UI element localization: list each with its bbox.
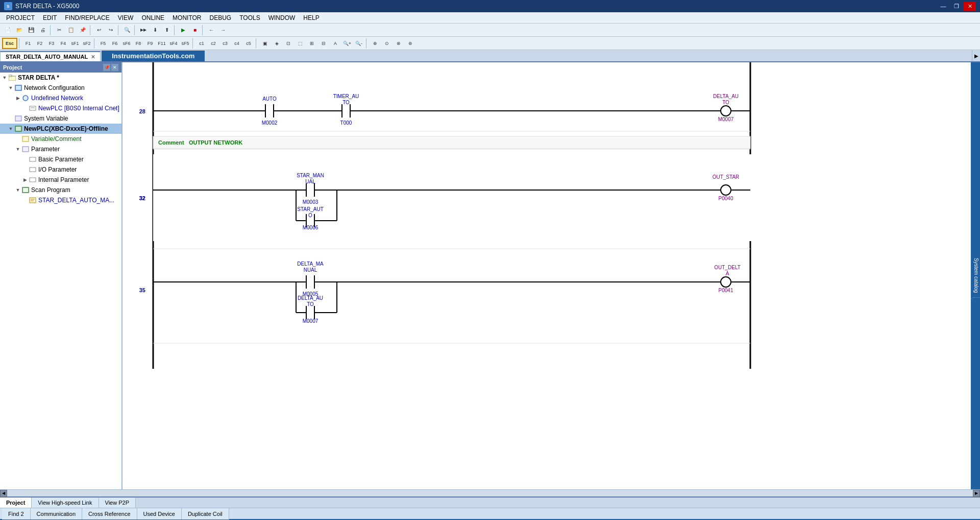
tb-f11[interactable]: F11 (156, 38, 167, 49)
panel-pin-button[interactable]: 📌 (103, 64, 110, 71)
tb-run[interactable]: ▶ (178, 25, 189, 36)
menu-findreplace[interactable]: FIND/REPLACE (61, 13, 113, 22)
menu-monitor[interactable]: MONITOR (168, 13, 205, 22)
tb-sf2[interactable]: sF2 (81, 38, 92, 49)
canvas-area[interactable]: 28 AUTO M0002 TIMER_AU TO T000 (122, 62, 971, 489)
tb-icon6[interactable]: ⊟ (318, 38, 329, 49)
tb-f8[interactable]: F8 (133, 38, 144, 49)
tb-compile[interactable]: ▶▶ (138, 25, 149, 36)
tree-variable-comment[interactable]: Variable/Comment (0, 134, 121, 144)
tree-label-newplc-offline: NewPLC(XBC-DxxxE)-Offline (24, 125, 108, 132)
tb-download[interactable]: ⬇ (150, 25, 161, 36)
menu-online[interactable]: ONLINE (137, 13, 168, 22)
tab-star-delta[interactable]: STAR_DELTA_AUTO_MANUAL ✕ (0, 51, 101, 61)
tb-icon4[interactable]: ⬚ (295, 38, 306, 49)
menu-debug[interactable]: DEBUG (206, 13, 236, 22)
tb-f2[interactable]: F2 (34, 38, 45, 49)
find-bar-cross-ref[interactable]: Cross Reference (82, 508, 137, 519)
menu-window[interactable]: WINDOW (264, 13, 300, 22)
tb-open[interactable]: 📂 (14, 25, 25, 36)
scroll-right-button[interactable]: ▶ (973, 490, 980, 497)
tb-f3[interactable]: F3 (46, 38, 57, 49)
tb-zoomout[interactable]: 🔍- (353, 38, 364, 49)
window-controls[interactable]: — ❐ ✕ (937, 2, 976, 11)
tb-sf6[interactable]: sF6 (121, 38, 132, 49)
tree-newplc-cnet[interactable]: NewPLC [B0S0 Internal Cnet] (0, 103, 121, 113)
tb-f6[interactable]: F6 (109, 38, 120, 49)
tb-redo[interactable]: ↪ (105, 25, 116, 36)
tb-sf5[interactable]: sF5 (180, 38, 191, 49)
bottom-tab-project[interactable]: Project (0, 498, 32, 508)
tb-more4[interactable]: ⊛ (405, 38, 416, 49)
close-button[interactable]: ✕ (964, 2, 976, 11)
maximize-button[interactable]: ❐ (950, 2, 963, 11)
menu-tools[interactable]: TOOLS (235, 13, 264, 22)
find-bar-find2[interactable]: Find 2 (2, 508, 31, 519)
tree-star-delta-program[interactable]: STAR_DELTA_AUTO_MA... (0, 195, 121, 205)
tb-cut[interactable]: ✂ (54, 25, 65, 36)
tb-icon2[interactable]: ◈ (271, 38, 282, 49)
tree-star-delta[interactable]: ▼ STAR DELTA * (0, 73, 121, 83)
tb-sf4[interactable]: sF4 (168, 38, 179, 49)
tree-scan-program[interactable]: ▼ Scan Program (0, 185, 121, 195)
tab-close-icon[interactable]: ✕ (91, 54, 95, 60)
tb-zoomin[interactable]: 🔍+ (341, 38, 353, 49)
tb-c2[interactable]: c2 (208, 38, 219, 49)
svg-text:35: 35 (139, 287, 145, 293)
tb-copy[interactable]: 📋 (65, 25, 77, 36)
tb-back[interactable]: ← (206, 25, 217, 36)
scroll-left-button[interactable]: ◀ (0, 490, 7, 497)
tb-paste[interactable]: 📌 (77, 25, 88, 36)
tb-esc[interactable]: Esc (2, 38, 17, 49)
tb-c5[interactable]: c5 (243, 38, 254, 49)
tb-c1[interactable]: c1 (196, 38, 207, 49)
tb-icon5[interactable]: ⊞ (306, 38, 317, 49)
tb-stop[interactable]: ■ (189, 25, 201, 36)
tb-f1[interactable]: F1 (22, 38, 34, 49)
tree-internal-param[interactable]: ▶ Internal Parameter (0, 175, 121, 185)
tree-parameter[interactable]: ▼ Parameter (0, 144, 121, 154)
menu-project[interactable]: PROJECT (2, 13, 39, 22)
tb-find[interactable]: 🔍 (121, 25, 133, 36)
tb-icon7[interactable]: A (330, 38, 341, 49)
tb-c3[interactable]: c3 (219, 38, 231, 49)
tree-network-config[interactable]: ▼ Network Configuration (0, 83, 121, 93)
bottom-tab-p2p[interactable]: View P2P (99, 498, 136, 508)
tb-icon1[interactable]: ▣ (259, 38, 271, 49)
tb-more2[interactable]: ⊙ (381, 38, 393, 49)
minimize-button[interactable]: — (937, 2, 949, 11)
tb-more1[interactable]: ⊕ (370, 38, 381, 49)
menu-view[interactable]: VIEW (114, 13, 138, 22)
panel-close-button[interactable]: ✕ (111, 64, 118, 71)
tb-f9[interactable]: F9 (144, 38, 156, 49)
tree-newplc-offline[interactable]: ▼ NewPLC(XBC-DxxxE)-Offline (0, 124, 121, 134)
tree-system-variable[interactable]: System Variable (0, 113, 121, 124)
tb-f4[interactable]: F4 (58, 38, 69, 49)
menu-edit[interactable]: EDIT (39, 13, 61, 22)
tb-more3[interactable]: ⊗ (393, 38, 404, 49)
menu-help[interactable]: HELP (299, 13, 323, 22)
tb-upload[interactable]: ⬆ (161, 25, 173, 36)
tree-basic-param[interactable]: Basic Parameter (0, 154, 121, 164)
tb-f5[interactable]: F5 (97, 38, 109, 49)
tb-sf1[interactable]: sF1 (69, 38, 81, 49)
tb-undo[interactable]: ↩ (93, 25, 105, 36)
tb-forward[interactable]: → (217, 25, 229, 36)
svg-text:DELTA_AU: DELTA_AU (298, 295, 323, 301)
sidebar-tab-catalog[interactable]: System catalog (972, 254, 980, 297)
tb-icon3[interactable]: ⊡ (283, 38, 294, 49)
tb-new[interactable]: 📄 (2, 25, 13, 36)
tb-save[interactable]: 💾 (26, 25, 37, 36)
find-bar-duplicate-coil[interactable]: Duplicate Coil (182, 508, 229, 519)
find-bar-used-device[interactable]: Used Device (137, 508, 182, 519)
tb-print[interactable]: 🖨 (37, 25, 48, 36)
sidebar-tab-eds[interactable]: EDS information (971, 253, 972, 299)
tab-scroll-right[interactable]: ▶ (972, 50, 980, 61)
svg-text:M0007: M0007 (303, 318, 318, 324)
tree-io-param[interactable]: I/O Parameter (0, 164, 121, 175)
app-icon: S (4, 2, 12, 10)
bottom-tab-highspeed[interactable]: View High-speed Link (32, 498, 99, 508)
tree-undefined-network[interactable]: ▶ Undefined Network (0, 93, 121, 103)
tb-c4[interactable]: c4 (231, 38, 242, 49)
find-bar-communication[interactable]: Communication (31, 508, 82, 519)
